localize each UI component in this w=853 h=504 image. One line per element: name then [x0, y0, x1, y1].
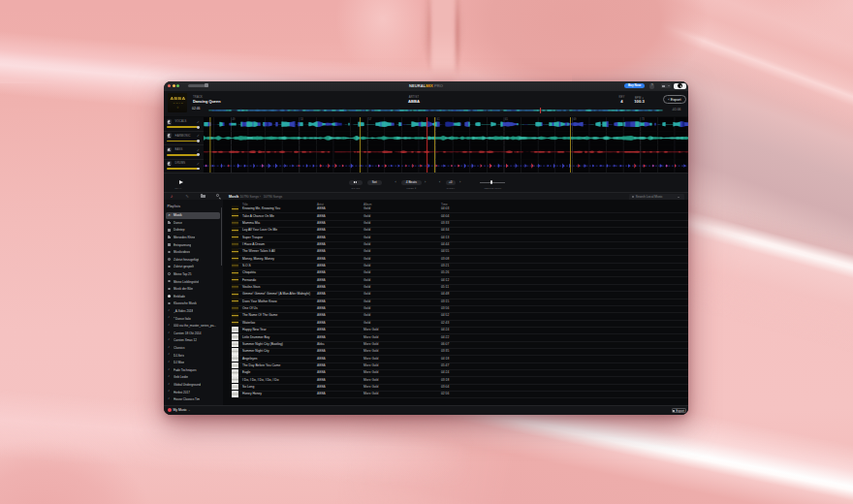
svg-text:69: 69	[573, 117, 576, 121]
svg-text:65: 65	[505, 117, 508, 121]
svg-text:53: 53	[300, 117, 302, 121]
svg-text:73: 73	[641, 117, 644, 121]
svg-text:49: 49	[232, 117, 235, 121]
svg-text:61: 61	[436, 117, 439, 121]
svg-text:57: 57	[368, 117, 371, 121]
